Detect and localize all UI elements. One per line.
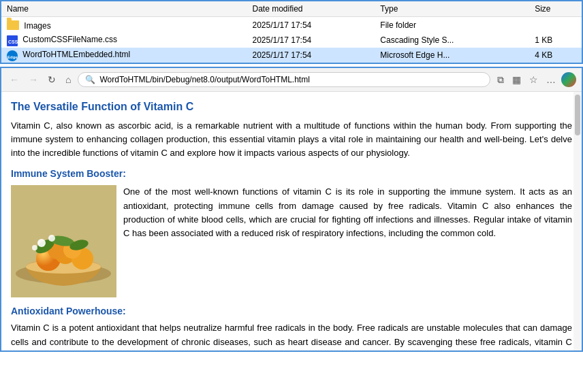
svg-point-19 <box>32 245 37 250</box>
immune-section: One of the most well-known functions of … <box>11 185 572 297</box>
article-intro: Vitamin C, also known as ascorbic acid, … <box>11 119 572 160</box>
svg-text:CSS: CSS <box>8 39 18 44</box>
file-table-header: Name Date modified Type Size <box>1 1 582 17</box>
file-row-images[interactable]: Images 2025/1/17 17:54 File folder <box>1 17 582 33</box>
col-size[interactable]: Size <box>529 1 582 17</box>
immune-heading: Immune System Booster: <box>11 167 572 181</box>
file-row-css[interactable]: CSS CustomCSSFileName.css 2025/1/17 17:5… <box>1 33 582 48</box>
more-button[interactable]: … <box>543 73 558 86</box>
browser-content: The Versatile Function of Vitamin C Vita… <box>1 92 582 350</box>
svg-point-17 <box>37 239 46 247</box>
split-screen-button[interactable]: ▦ <box>509 73 524 86</box>
address-bar[interactable]: 🔍 <box>78 72 490 87</box>
fruit-bowl-image <box>11 185 116 297</box>
favorites-button[interactable]: ☆ <box>526 73 541 86</box>
file-name-images: Images <box>1 17 247 33</box>
folder-icon <box>7 20 19 30</box>
immune-text: One of the most well-known functions of … <box>123 185 572 297</box>
file-date-css: 2025/1/17 17:54 <box>247 33 375 48</box>
toolbar-right: ⧉ ▦ ☆ … <box>494 72 576 87</box>
file-size-html: 4 KB <box>529 48 582 63</box>
edge-logo-icon <box>561 72 576 87</box>
file-date-html: 2025/1/17 17:54 <box>247 48 375 63</box>
article-title: The Versatile Function of Vitamin C <box>11 99 572 115</box>
col-date[interactable]: Date modified <box>247 1 375 17</box>
back-button[interactable]: ← <box>7 73 22 86</box>
home-button[interactable]: ⌂ <box>63 73 74 86</box>
file-type-images: File folder <box>375 17 529 33</box>
file-type-html: Microsoft Edge H... <box>375 48 529 63</box>
antioxidant-heading: Antioxidant Powerhouse: <box>11 304 572 318</box>
file-date-images: 2025/1/17 17:54 <box>247 17 375 33</box>
file-row-html[interactable]: Edge WordToHTMLEmbedded.html 2025/1/17 1… <box>1 48 582 63</box>
file-size-images <box>529 17 582 33</box>
antioxidant-text: Vitamin C is a potent antioxidant that h… <box>11 321 572 350</box>
extensions-button[interactable]: ⧉ <box>494 73 507 87</box>
file-explorer: Name Date modified Type Size Images 2025… <box>0 0 583 64</box>
col-name[interactable]: Name <box>1 1 247 17</box>
svg-point-18 <box>48 235 55 242</box>
css-file-icon: CSS <box>7 35 18 46</box>
file-table: Name Date modified Type Size Images 2025… <box>1 1 582 63</box>
file-type-css: Cascading Style S... <box>375 33 529 48</box>
svg-text:Edge: Edge <box>7 55 18 59</box>
html-file-icon: Edge <box>7 50 18 61</box>
file-size-css: 1 KB <box>529 33 582 48</box>
browser-toolbar: ← → ↻ ⌂ 🔍 ⧉ ▦ ☆ … <box>1 68 582 92</box>
url-input[interactable] <box>99 75 483 84</box>
file-name-css: CSS CustomCSSFileName.css <box>1 33 247 48</box>
scrollbar-thumb[interactable] <box>575 95 580 135</box>
search-icon: 🔍 <box>85 75 95 84</box>
refresh-button[interactable]: ↻ <box>45 73 59 86</box>
scrollbar-track[interactable] <box>573 92 582 350</box>
forward-button[interactable]: → <box>26 73 41 86</box>
col-type[interactable]: Type <box>375 1 529 17</box>
file-name-html: Edge WordToHTMLEmbedded.html <box>1 48 247 63</box>
antioxidant-section: Antioxidant Powerhouse: Vitamin C is a p… <box>11 304 572 350</box>
browser-window: ← → ↻ ⌂ 🔍 ⧉ ▦ ☆ … The Versatile Function… <box>0 67 583 352</box>
